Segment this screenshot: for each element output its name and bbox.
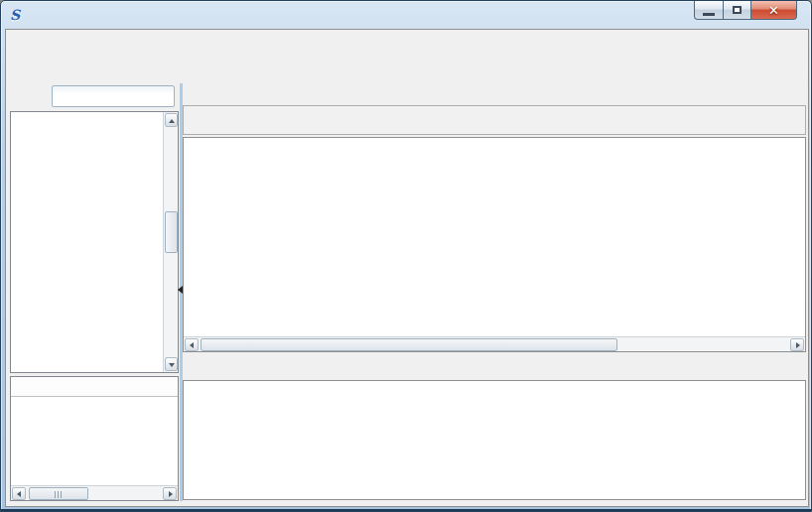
scroll-thumb[interactable] [165,211,178,253]
section-list-panel [10,376,179,501]
scroll-left-button[interactable] [12,487,26,500]
project-tree [11,112,163,372]
grid-horizontal-scrollbar[interactable] [184,336,805,351]
minimize-button[interactable] [694,1,724,20]
restore-icon [733,6,742,14]
minimize-icon [703,13,715,16]
scroll-left-button[interactable] [185,338,199,351]
app-window: S ✕ [0,0,812,512]
content-area [5,29,809,507]
restore-button[interactable] [724,1,751,20]
log-record-grid [183,380,806,500]
scroll-thumb[interactable] [29,487,88,500]
titlebar[interactable]: S ✕ [1,1,811,29]
company-input[interactable] [52,85,175,107]
section-horizontal-scrollbar[interactable] [11,485,178,500]
plan-progress-grid [183,137,806,352]
close-button[interactable]: ✕ [751,1,797,20]
close-icon: ✕ [768,3,779,18]
app-icon: S [10,7,26,23]
scroll-right-button[interactable] [163,487,177,500]
tree-vertical-scrollbar[interactable] [163,112,178,372]
section-list-header [11,377,178,397]
scroll-up-button[interactable] [165,113,178,127]
scroll-thumb[interactable] [201,338,617,351]
project-tree-panel [10,111,179,373]
toolbar [183,105,806,135]
scroll-down-button[interactable] [165,357,178,371]
scroll-right-button[interactable] [790,338,804,351]
